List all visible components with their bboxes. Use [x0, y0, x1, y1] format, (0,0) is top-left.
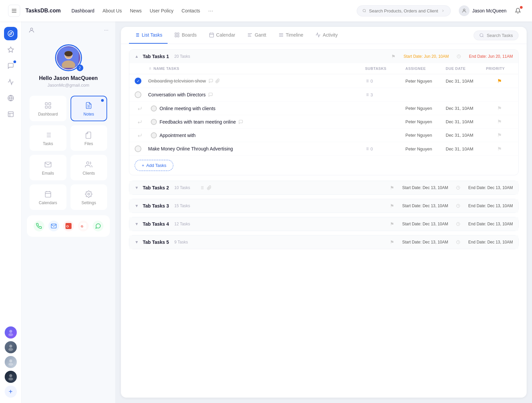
task-1-checkbox[interactable]: ✓ [135, 78, 141, 84]
sidebar-files-label: Files [85, 141, 93, 146]
sidebar-clients[interactable]: Clients [71, 155, 107, 180]
icon-bar-globe[interactable] [4, 91, 17, 105]
tab-gantt[interactable]: Gantt [242, 27, 271, 44]
nav-news[interactable]: News [130, 8, 142, 13]
tab-group-2-end: End Date: Dec 13, 10AM [468, 185, 513, 190]
nav-user[interactable]: Jason McQueen [459, 5, 506, 16]
task-row-4[interactable]: Feedbacks with team meeting online Peter… [129, 115, 518, 129]
task-5-checkbox[interactable] [151, 132, 157, 138]
avatar-2[interactable] [5, 341, 17, 353]
tab-group-3-count: 15 Tasks [174, 204, 190, 208]
tab-group-2-header[interactable]: ▼ Tab Tasks 2 10 Tasks ⚑ Start Date: Dec… [129, 181, 518, 194]
nav-more[interactable]: ··· [208, 7, 213, 14]
icon-bar-chat[interactable] [4, 59, 17, 73]
sidebar-settings-label: Settings [82, 200, 96, 205]
task-4-priority: ⚑ [486, 119, 513, 125]
end-date-label: End Date: Jun 20, 11AM [469, 54, 513, 59]
task-table-header: NAME TASKS SUBTASKS ASSIGNEE DUE DATE PR… [129, 63, 518, 74]
task-row-6[interactable]: Make Money Online Through Advertising 0 … [129, 142, 518, 156]
comm-gmail[interactable]: G [78, 221, 89, 231]
notification-dot [520, 6, 523, 9]
task-1-name: Onboarding television show [148, 78, 365, 84]
task-row-5[interactable]: Appointment with Peter Nguyen Dec 31, 10… [129, 129, 518, 142]
avatar-3[interactable] [5, 356, 17, 368]
task-3-priority: ⚑ [486, 105, 513, 111]
avatar-4[interactable] [5, 371, 17, 383]
sidebar-notes[interactable]: Notes [71, 96, 107, 121]
task-row-3[interactable]: Online meeting with clients Peter Nguyen… [129, 102, 518, 115]
icon-bar-building[interactable] [4, 107, 17, 121]
tab-list-tasks[interactable]: List Tasks [129, 27, 168, 44]
comm-email[interactable] [48, 221, 59, 231]
task-search-button[interactable]: Search Tasks [474, 31, 519, 40]
menu-button[interactable] [8, 5, 20, 17]
notification-bell[interactable] [512, 5, 524, 17]
task-3-checkbox[interactable] [151, 105, 157, 111]
tab-group-3-title: Tab Tasks 3 [143, 203, 169, 209]
sidebar-tasks[interactable]: Tasks [30, 125, 66, 151]
icon-bar: + [0, 21, 21, 403]
tab-boards[interactable]: Boards [169, 27, 202, 44]
tab-group-1-header[interactable]: ▲ Tab Tasks 1 20 Tasks ⚑ Start Date: Jun… [129, 50, 518, 63]
sidebar-calendars[interactable]: Calendars [30, 184, 66, 210]
sidebar-emails[interactable]: Emails [30, 155, 66, 180]
sub-arrow-4-icon [137, 120, 142, 124]
start-date-label: Start Date: Jun 20, 10AM [404, 54, 449, 59]
header-priority: PRIORITY [486, 66, 513, 71]
nav-contacts[interactable]: Contacts [182, 8, 200, 13]
task-1-assignee: Peter Nguyen [405, 79, 446, 84]
comm-outlook[interactable]: O [63, 221, 74, 231]
task-6-name: Make Money Online Through Advertising [148, 146, 365, 151]
add-contact-button[interactable]: + [5, 386, 17, 398]
svg-text:O: O [66, 224, 69, 228]
task-6-assignee: Peter Nguyen [405, 146, 446, 151]
svg-marker-8 [8, 47, 13, 52]
tab-group-3-header[interactable]: ▼ Tab Tasks 3 15 Tasks ⚑ Start Date: Dec… [129, 199, 518, 213]
task-6-checkbox[interactable] [135, 145, 141, 152]
comm-whatsapp[interactable] [93, 221, 103, 231]
nav-search-input[interactable] [369, 8, 439, 13]
task-3-due: Dec 31, 10AM [446, 106, 486, 111]
svg-rect-11 [8, 112, 13, 117]
svg-point-43 [88, 193, 90, 195]
top-nav: TasksDB.com Dashboard About Us News User… [0, 0, 532, 21]
nav-about[interactable]: About Us [102, 8, 122, 13]
task-row-2[interactable]: Conversation with Directors 3 [129, 88, 518, 102]
tab-group-5-header[interactable]: ▼ Tab Tasks 5 9 Tasks ⚑ Start Date: Dec … [129, 235, 518, 249]
svg-text:G: G [81, 224, 83, 228]
icon-bar-compass[interactable] [4, 27, 17, 40]
tab-group-5-clock [456, 240, 460, 244]
add-tasks-button[interactable]: + Add Tasks [135, 160, 173, 171]
task-5-assignee: Peter Nguyen [405, 133, 446, 138]
tab-calendar[interactable]: Calendar [204, 27, 241, 44]
icon-bar-star[interactable] [4, 43, 17, 56]
nav-dashboard[interactable]: Dashboard [72, 8, 95, 13]
nav-search-box[interactable] [357, 5, 451, 16]
tab-timeline-label: Timeline [286, 32, 303, 38]
sidebar-files[interactable]: Files [71, 125, 107, 151]
tab-activity[interactable]: Activity [310, 27, 343, 44]
tab-group-1-start: Start Date: Jun 20, 10AM [404, 54, 449, 59]
sidebar-dashboard[interactable]: Dashboard [30, 96, 66, 121]
chat-dot [13, 60, 16, 63]
task-row-1[interactable]: ✓ Onboarding television show 0 Peter Ngu… [129, 74, 518, 88]
tab-group-5-count: 9 Tasks [174, 240, 188, 244]
tab-timeline[interactable]: Timeline [273, 27, 309, 44]
comm-phone[interactable] [34, 221, 44, 231]
avatar-1[interactable] [5, 326, 17, 339]
task-2-checkbox[interactable] [135, 91, 141, 98]
sidebar-settings[interactable]: Settings [71, 184, 107, 210]
sidebar-avatar: 2 [55, 44, 82, 71]
tab-group-2-start: Start Date: Dec 13, 10AM [402, 185, 448, 190]
tab-group-5-meta: ⚑ Start Date: Dec 13, 10AM End Date: Dec… [390, 239, 513, 245]
tab-group-4-header[interactable]: ▼ Tab Tasks 4 12 Tasks ⚑ Start Date: Dec… [129, 217, 518, 231]
nav-user-policy[interactable]: User Policy [150, 8, 174, 13]
tab-group-2-meta: ⚑ Start Date: Dec 13, 10AM End Date: Dec… [390, 185, 513, 190]
sidebar-more[interactable]: ··· [104, 27, 108, 33]
icon-bar-chart[interactable] [4, 75, 17, 89]
task-3-indent [135, 106, 148, 111]
task-3-name: Online meeting with clients [148, 105, 365, 111]
task-4-checkbox[interactable] [151, 119, 157, 125]
task-5-indent [135, 133, 148, 138]
svg-rect-54 [175, 33, 177, 35]
